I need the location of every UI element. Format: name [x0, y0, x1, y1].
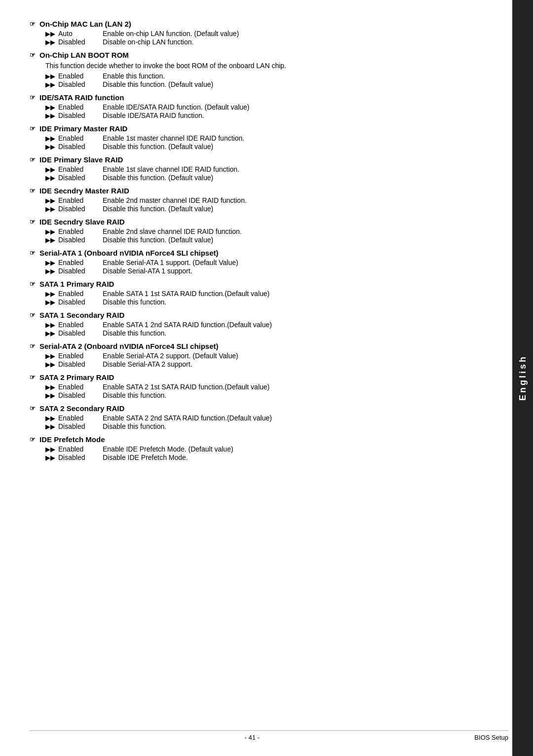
section-title-ide-secndry-master-raid: ☞IDE Secndry Master RAID [30, 187, 479, 195]
section-title-text-ide-prefetch-mode: IDE Prefetch Mode [39, 435, 105, 444]
option-row: ▶▶EnabledEnable Serial-ATA 1 support. (D… [45, 259, 479, 266]
option-value: Disable this function. [103, 329, 479, 337]
option-key: Enabled [58, 321, 103, 329]
option-value: Disable this function. [103, 391, 479, 399]
option-value: Disable this function. (Default value) [103, 143, 479, 151]
option-row: ▶▶EnabledEnable 2nd master channel IDE R… [45, 196, 479, 204]
option-row: ▶▶DisabledDisable this function. (Defaul… [45, 80, 479, 88]
option-row: ▶▶EnabledEnable this function. [45, 72, 479, 80]
section-title-text-ide-sata-raid-function: IDE/SATA RAID function [39, 93, 124, 102]
option-bullet-icon: ▶▶ [45, 73, 55, 80]
option-key: Disabled [58, 360, 103, 368]
option-value: Disable IDE/SATA RAID function. [103, 112, 479, 119]
option-row: ▶▶DisabledDisable on-chip LAN function. [45, 38, 479, 46]
arrow-right-icon: ☞ [30, 249, 36, 257]
option-key: Enabled [58, 134, 103, 142]
arrow-right-icon: ☞ [30, 125, 36, 132]
sidebar-label: English [518, 355, 528, 401]
arrow-right-icon: ☞ [30, 51, 36, 59]
option-key: Disabled [58, 205, 103, 213]
option-value: Enable 1st slave channel IDE RAID functi… [103, 165, 479, 173]
option-bullet-icon: ▶▶ [45, 166, 55, 173]
section-title-sata-2-primary-raid: ☞SATA 2 Primary RAID [30, 373, 479, 381]
option-bullet-icon: ▶▶ [45, 321, 55, 329]
section-title-text-sata-1-secondary-raid: SATA 1 Secondary RAID [39, 311, 124, 319]
option-key: Disabled [58, 267, 103, 275]
option-key: Enabled [58, 165, 103, 173]
option-value: Disable Serial-ATA 2 support. [103, 360, 479, 368]
option-row: ▶▶DisabledDisable this function. [45, 298, 479, 306]
option-row: ▶▶EnabledEnable IDE Prefetch Mode. (Defa… [45, 445, 479, 453]
option-bullet-icon: ▶▶ [45, 330, 55, 337]
option-row: ▶▶DisabledDisable IDE Prefetch Mode. [45, 454, 479, 461]
option-key: Enabled [58, 259, 103, 266]
option-bullet-icon: ▶▶ [45, 236, 55, 244]
option-value: Enable SATA 1 1st SATA RAID function.(De… [103, 290, 479, 298]
section-title-text-serial-ata-1: Serial-ATA 1 (Onboard nVIDIA nForce4 SLI… [39, 249, 219, 257]
arrow-right-icon: ☞ [30, 436, 36, 443]
section-title-on-chip-mac-lan: ☞On-Chip MAC Lan (LAN 2) [30, 20, 479, 28]
arrow-right-icon: ☞ [30, 218, 36, 226]
option-row: ▶▶EnabledEnable 1st slave channel IDE RA… [45, 165, 479, 173]
option-key: Enabled [58, 72, 103, 80]
option-value: Disable Serial-ATA 1 support. [103, 267, 479, 275]
section-on-chip-mac-lan: ☞On-Chip MAC Lan (LAN 2)▶▶AutoEnable on-… [30, 20, 479, 46]
option-key: Enabled [58, 103, 103, 111]
section-title-ide-prefetch-mode: ☞IDE Prefetch Mode [30, 435, 479, 444]
arrow-right-icon: ☞ [30, 20, 36, 28]
option-row: ▶▶DisabledDisable this function. (Defaul… [45, 174, 479, 182]
option-value: Enable this function. [103, 72, 479, 80]
option-bullet-icon: ▶▶ [45, 135, 55, 142]
section-title-serial-ata-1: ☞Serial-ATA 1 (Onboard nVIDIA nForce4 SL… [30, 249, 479, 257]
section-title-text-on-chip-mac-lan: On-Chip MAC Lan (LAN 2) [39, 20, 131, 28]
section-title-text-on-chip-lan-boot-rom: On-Chip LAN BOOT ROM [39, 51, 129, 59]
option-value: Enable 2nd slave channel IDE RAID functi… [103, 227, 479, 235]
option-bullet-icon: ▶▶ [45, 197, 55, 204]
option-value: Enable on-chip LAN function. (Default va… [103, 30, 479, 38]
arrow-right-icon: ☞ [30, 280, 36, 288]
section-title-serial-ata-2: ☞Serial-ATA 2 (Onboard nVIDIA nForce4 SL… [30, 342, 479, 350]
option-bullet-icon: ▶▶ [45, 205, 55, 213]
section-ide-secndry-slave-raid: ☞IDE Secndry Slave RAID▶▶EnabledEnable 2… [30, 218, 479, 244]
option-value: Disable on-chip LAN function. [103, 38, 479, 46]
option-row: ▶▶AutoEnable on-chip LAN function. (Defa… [45, 30, 479, 38]
option-value: Disable this function. (Default value) [103, 236, 479, 244]
option-bullet-icon: ▶▶ [45, 143, 55, 151]
section-ide-secndry-master-raid: ☞IDE Secndry Master RAID▶▶EnabledEnable … [30, 187, 479, 213]
option-row: ▶▶DisabledDisable this function. (Defaul… [45, 143, 479, 151]
option-value: Enable IDE/SATA RAID function. (Default … [103, 103, 479, 111]
arrow-right-icon: ☞ [30, 187, 36, 194]
page-container: English ☞On-Chip MAC Lan (LAN 2)▶▶AutoEn… [0, 0, 533, 756]
section-title-text-ide-secndry-master-raid: IDE Secndry Master RAID [39, 187, 129, 195]
option-bullet-icon: ▶▶ [45, 454, 55, 461]
option-row: ▶▶DisabledDisable this function. [45, 391, 479, 399]
option-key: Disabled [58, 422, 103, 430]
section-serial-ata-1: ☞Serial-ATA 1 (Onboard nVIDIA nForce4 SL… [30, 249, 479, 275]
section-ide-primary-slave-raid: ☞IDE Primary Slave RAID▶▶EnabledEnable 1… [30, 155, 479, 182]
option-bullet-icon: ▶▶ [45, 30, 55, 38]
option-value: Disable this function. [103, 422, 479, 430]
option-value: Enable 2nd master channel IDE RAID funct… [103, 196, 479, 204]
section-ide-primary-master-raid: ☞IDE Primary Master RAID▶▶EnabledEnable … [30, 124, 479, 151]
footer-label: BIOS Setup [474, 734, 508, 741]
arrow-right-icon: ☞ [30, 405, 36, 412]
option-key: Auto [58, 30, 103, 38]
option-row: ▶▶EnabledEnable SATA 1 1st SATA RAID fun… [45, 290, 479, 298]
option-key: Disabled [58, 112, 103, 119]
section-title-text-sata-2-primary-raid: SATA 2 Primary RAID [39, 373, 114, 381]
footer-page-number: - 41 - [30, 734, 474, 741]
footer: - 41 - BIOS Setup [30, 730, 508, 741]
option-bullet-icon: ▶▶ [45, 415, 55, 422]
section-title-sata-1-secondary-raid: ☞SATA 1 Secondary RAID [30, 311, 479, 319]
option-bullet-icon: ▶▶ [45, 392, 55, 399]
section-sata-2-primary-raid: ☞SATA 2 Primary RAID▶▶EnabledEnable SATA… [30, 373, 479, 399]
option-value: Enable Serial-ATA 1 support. (Default Va… [103, 259, 479, 266]
section-title-text-sata-2-secondary-raid: SATA 2 Secondary RAID [39, 404, 124, 413]
option-row: ▶▶EnabledEnable SATA 2 2nd SATA RAID fun… [45, 414, 479, 422]
option-bullet-icon: ▶▶ [45, 423, 55, 430]
option-key: Disabled [58, 391, 103, 399]
option-key: Disabled [58, 236, 103, 244]
option-value: Enable IDE Prefetch Mode. (Default value… [103, 445, 479, 453]
option-bullet-icon: ▶▶ [45, 112, 55, 119]
option-bullet-icon: ▶▶ [45, 81, 55, 88]
